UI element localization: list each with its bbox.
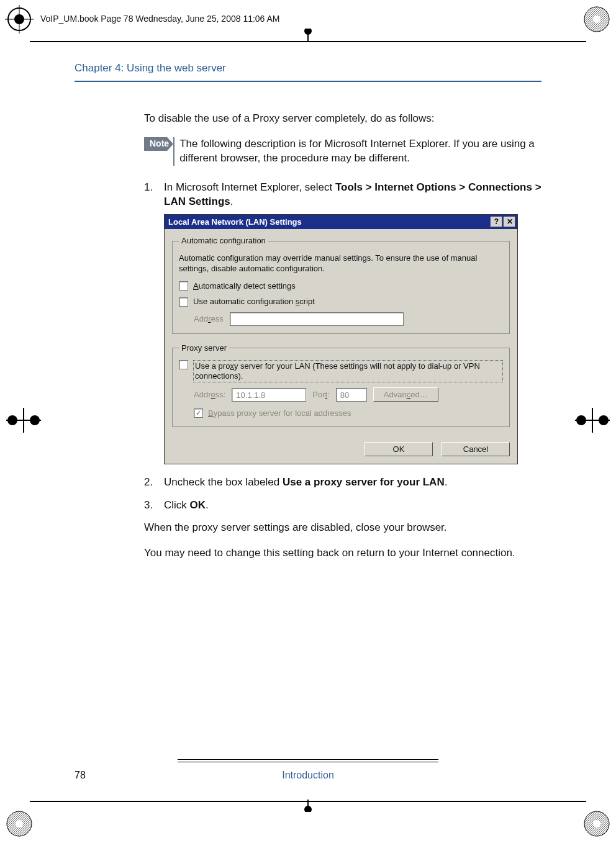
step-text: Uncheck the box labeled <box>164 476 283 488</box>
step-1: In Microsoft Internet Explorer, select T… <box>144 181 541 464</box>
page-number: 78 <box>75 770 86 781</box>
footer-section: Introduction <box>282 770 334 781</box>
help-icon[interactable]: ? <box>491 217 502 227</box>
note-text: The following description is for Microso… <box>173 137 541 166</box>
field-label: Address: <box>194 389 225 400</box>
svg-point-9 <box>593 820 600 827</box>
step-bold: OK <box>190 499 206 511</box>
lan-settings-dialog: Local Area Network (LAN) Settings ? ✕ Au… <box>164 214 518 464</box>
cancel-button[interactable]: Cancel <box>442 442 510 456</box>
proxy-address-input[interactable]: 10.1.1.8 <box>232 388 306 402</box>
crop-cross-icon <box>6 408 41 435</box>
checkbox-auto-script[interactable] <box>179 297 188 307</box>
field-label: Port: <box>312 389 329 400</box>
svg-point-5 <box>593 16 600 23</box>
group-legend: Automatic configuration <box>179 235 268 246</box>
checkbox-label: Use automatic configuration script <box>193 296 315 307</box>
reg-mark-icon <box>5 5 34 34</box>
proxy-port-input[interactable]: 80 <box>336 388 367 402</box>
step-2: Uncheck the box labeled Use a proxy serv… <box>144 476 541 490</box>
ok-button[interactable]: OK <box>365 442 433 456</box>
step-text: In Microsoft Internet Explorer, select <box>164 181 335 193</box>
checkbox-label: Automatically detect settings <box>193 281 296 292</box>
checkbox-auto-detect[interactable] <box>179 281 188 291</box>
group-auto-config: Automatic configuration Automatic config… <box>172 235 510 334</box>
chapter-rule <box>75 81 541 82</box>
checkbox-use-proxy[interactable] <box>179 360 188 369</box>
checkbox-bypass-local[interactable]: ✓ <box>194 408 203 418</box>
dialog-titlebar: Local Area Network (LAN) Settings ? ✕ <box>165 215 517 230</box>
svg-point-16 <box>576 415 586 425</box>
group-legend: Proxy server <box>179 343 229 354</box>
lead-text: To disable the use of a Proxy server com… <box>144 112 541 126</box>
reg-mark-icon <box>582 809 611 838</box>
reg-mark-icon <box>5 809 34 838</box>
step-text: . <box>445 476 448 488</box>
svg-point-13 <box>30 415 40 425</box>
crop-cross-icon <box>575 408 610 435</box>
note-tag: Note <box>144 137 173 151</box>
checkbox-label: Use a proxy server for your LAN (These s… <box>193 360 503 383</box>
body-text: When the proxy server settings are disab… <box>144 521 541 535</box>
group-desc: Automatic configuration may override man… <box>179 253 503 274</box>
svg-point-17 <box>599 415 609 425</box>
crop-tick-icon <box>299 29 317 43</box>
step-3: Click OK. <box>144 498 541 513</box>
group-proxy: Proxy server Use a proxy server for your… <box>172 343 510 427</box>
checkbox-label: Bypass proxy server for local addresses <box>208 408 351 419</box>
chapter-title: Chapter 4: Using the web server <box>75 62 541 78</box>
print-bookmark: VoIP_UM.book Page 78 Wednesday, June 25,… <box>40 14 280 24</box>
page-footer: 78 Introduction <box>75 755 541 781</box>
advanced-button[interactable]: Advanced… <box>373 387 438 402</box>
dialog-title-text: Local Area Network (LAN) Settings <box>168 217 302 228</box>
step-bold: Use a proxy server for your LAN <box>283 476 445 488</box>
crop-tick-icon <box>299 800 317 814</box>
reg-mark-icon <box>582 5 611 34</box>
step-text: Click <box>164 499 190 511</box>
body-text: You may need to change this setting back… <box>144 546 541 561</box>
field-label: Address <box>194 313 224 325</box>
svg-point-7 <box>16 820 23 827</box>
svg-point-12 <box>7 415 17 425</box>
step-text: . <box>230 196 233 207</box>
auto-script-address-input[interactable] <box>230 312 404 326</box>
close-icon[interactable]: ✕ <box>504 217 515 227</box>
step-text: . <box>206 499 209 511</box>
note-block: Note The following description is for Mi… <box>144 137 541 166</box>
